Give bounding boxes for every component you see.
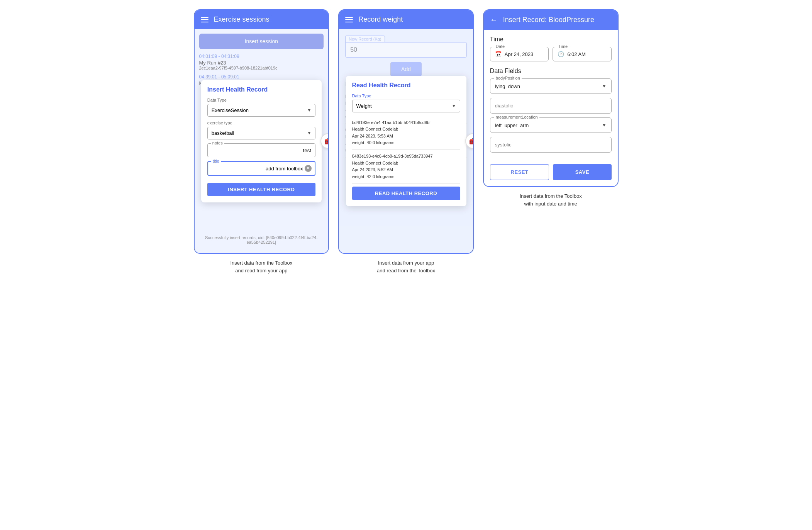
data-type-select[interactable]: ExerciseSession xyxy=(207,104,315,117)
screen3-caption: Insert data from the Toolbox with input … xyxy=(520,192,582,207)
screen1-title: Exercise sessions xyxy=(214,15,270,24)
data-type-label: Data Type xyxy=(207,98,315,102)
body-position-group[interactable]: bodyPosition lying_down ▼ xyxy=(490,78,612,94)
screen1-caption: Insert data from the Toolbox and read fr… xyxy=(230,259,292,274)
body-position-value: lying_down xyxy=(495,83,520,89)
measurement-location-label: measurementLocation xyxy=(494,115,539,119)
toolbox-icon-2: 🧰 xyxy=(469,138,474,145)
data-type-field-group: Data Type ExerciseSession ▼ xyxy=(207,98,315,117)
time-value: 6:02 AM xyxy=(567,51,586,57)
calendar-icon: 📅 xyxy=(495,51,502,57)
date-time-row: Date 📅 Apr 24, 2023 Time 🕐 6:02 AM xyxy=(490,47,612,61)
clear-title-button[interactable]: ✕ xyxy=(305,165,312,172)
body-position-arrow-icon: ▼ xyxy=(602,83,607,89)
measurement-location-arrow-icon: ▼ xyxy=(602,122,607,128)
date-label: Date xyxy=(494,44,506,49)
screen2-title: Record weight xyxy=(358,15,403,24)
data-type-label-2: Data Type xyxy=(352,93,460,98)
read-health-record-button[interactable]: READ HEALTH RECORD xyxy=(352,187,460,200)
notes-label: notes xyxy=(211,141,224,145)
title-input[interactable] xyxy=(212,166,303,172)
exercise-type-label: exercise type xyxy=(207,121,315,125)
exercise-type-field-group: exercise type basketball ▼ xyxy=(207,121,315,139)
screen2-body: New Record (Kg) Add Previous Measurement… xyxy=(339,29,473,253)
screen1-header: Exercise sessions xyxy=(195,10,329,29)
clock-icon: 🕐 xyxy=(558,51,564,57)
screen3-title: Insert Record: BloodPressure xyxy=(503,16,594,24)
screen2-caption: Insert data from your app and read from … xyxy=(377,259,435,274)
reset-button[interactable]: RESET xyxy=(490,164,549,180)
screen2-header: Record weight xyxy=(339,10,473,29)
date-field[interactable]: Date 📅 Apr 24, 2023 xyxy=(490,47,549,61)
modal-overlay-1: Insert Health Record Data Type ExerciseS… xyxy=(195,29,329,253)
systolic-input[interactable] xyxy=(490,137,612,153)
hamburger-icon[interactable] xyxy=(201,17,209,22)
modal-overlay-2: Read Health Record Data Type Weight ▼ xyxy=(339,29,473,253)
notes-field-group: notes xyxy=(207,143,315,157)
insert-health-record-button[interactable]: INSERT HEALTH RECORD xyxy=(207,183,315,196)
toolbox-fab-1[interactable]: 🧰 xyxy=(320,133,329,149)
insert-health-record-modal: Insert Health Record Data Type ExerciseS… xyxy=(201,80,322,202)
modal-title-2: Read Health Record xyxy=(352,82,460,89)
back-icon[interactable]: ← xyxy=(490,15,498,24)
diastolic-input[interactable] xyxy=(490,98,612,114)
exercise-type-select[interactable]: basketball xyxy=(207,127,315,139)
screen3-header: ← Insert Record: BloodPressure xyxy=(484,10,618,30)
modal-title-1: Insert Health Record xyxy=(207,86,315,93)
measurement-location-group[interactable]: measurementLocation left_upper_arm ▼ xyxy=(490,117,612,133)
save-button[interactable]: SAVE xyxy=(553,164,611,180)
modal-measurement-2: 0483e193-e4c6-4cb8-a19d-3e95da733947 Hea… xyxy=(352,150,460,183)
notes-input[interactable] xyxy=(212,148,311,153)
data-type-field-group-2: Data Type Weight ▼ xyxy=(352,93,460,112)
screen1-body: Insert session 04:01:09 - 04:31:09 My Ru… xyxy=(195,29,329,253)
bp-footer: RESET SAVE xyxy=(490,164,612,180)
hamburger-icon-2[interactable] xyxy=(345,17,353,22)
screen3-body: Time Date 📅 Apr 24, 2023 Time 🕐 6:02 AM … xyxy=(484,30,618,186)
title-field-group: title ✕ xyxy=(207,161,315,176)
title-label: title xyxy=(211,159,221,163)
date-value: Apr 24, 2023 xyxy=(505,51,533,57)
read-health-record-modal: Read Health Record Data Type Weight ▼ xyxy=(346,76,466,207)
measurement-location-value: left_upper_arm xyxy=(495,122,529,128)
toolbox-icon-1: 🧰 xyxy=(324,138,329,145)
modal-measurement-1: bd4f193e-e7a4-41aa-b1bb-50441b8cd8bf Hea… xyxy=(352,116,460,150)
data-type-select-2[interactable]: Weight xyxy=(352,100,460,112)
body-position-label: bodyPosition xyxy=(494,76,522,80)
time-field[interactable]: Time 🕐 6:02 AM xyxy=(553,47,611,61)
toolbox-fab-2[interactable]: 🧰 xyxy=(465,133,474,149)
data-fields-label: Data Fields xyxy=(490,68,612,75)
time-label: Time xyxy=(557,44,569,49)
time-section-label: Time xyxy=(490,36,612,43)
